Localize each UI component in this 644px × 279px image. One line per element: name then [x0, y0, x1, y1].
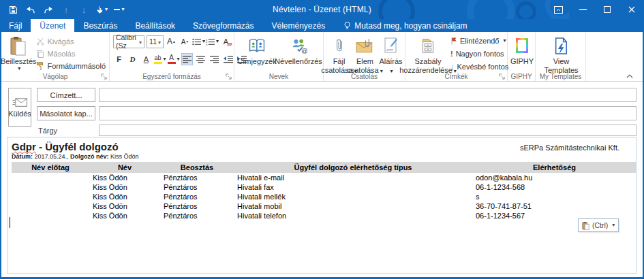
clear-formatting-button[interactable]: A — [220, 35, 232, 48]
align-left-icon — [183, 56, 191, 63]
attach-item-icon — [356, 35, 375, 56]
group-tags: Szabály hozzárendelése Elintézendő ! Nag… — [405, 32, 508, 81]
giphy-button[interactable]: GIPHY — [509, 34, 535, 67]
text-cursor — [10, 217, 10, 228]
message-body-editor[interactable]: Gdpr - Ügyfél dolgozó sERPa Számítástech… — [7, 137, 637, 274]
table-row: Kiss ÖdönPénztárosHivatali melléks — [12, 192, 637, 201]
check-names-icon: @ — [290, 35, 307, 56]
collapse-ribbon-icon[interactable] — [626, 74, 633, 78]
customize-quick-access-icon[interactable] — [112, 1, 127, 18]
bullet-list-icon — [192, 38, 201, 46]
view-templates-button[interactable]: View Templates — [541, 34, 581, 76]
underline-button[interactable]: A — [140, 53, 152, 65]
shrink-font-button[interactable]: A — [179, 35, 191, 48]
group-names: Címjegyzék @ Névellenőrzés Nevek — [234, 32, 324, 81]
compose-header: Küldés Címzett... Másolatot kap... Tárgy — [1, 82, 643, 136]
grow-font-button[interactable]: A — [166, 35, 177, 48]
group-clipboard: Beillesztés Kivágás Másolás — [1, 32, 110, 81]
clear-formatting-icon: A — [224, 37, 228, 46]
to-input[interactable] — [99, 88, 637, 102]
group-my-templates: View Templates My Templates — [536, 32, 586, 81]
tab-insert[interactable]: Beszúrás — [74, 19, 126, 32]
scissors-icon — [36, 37, 44, 46]
view-templates-icon — [553, 35, 568, 56]
align-right-icon — [210, 56, 219, 63]
save-icon[interactable] — [5, 1, 20, 18]
format-painter-icon — [36, 62, 44, 70]
col-position: Beosztás — [160, 162, 234, 173]
signature-icon — [384, 35, 399, 56]
touch-mouse-mode-icon[interactable] — [94, 1, 109, 18]
font-name-combo[interactable]: Calibri (Sz — [113, 35, 144, 48]
document-title: Gdpr - Ügyfél dolgozó — [12, 141, 119, 152]
window-controls — [546, 0, 644, 19]
font-size-combo[interactable]: 11 — [147, 35, 164, 48]
table-row: Kiss ÖdönPénztárosHivatali e-mailodon@ka… — [12, 173, 637, 182]
tab-options[interactable]: Beállítások — [126, 19, 184, 32]
subject-label: Tárgy — [38, 127, 57, 135]
text-highlight-button[interactable]: ab — [154, 53, 166, 65]
redo-icon[interactable] — [41, 1, 56, 18]
maximize-icon[interactable] — [595, 0, 619, 19]
align-left-button[interactable] — [181, 53, 193, 65]
col-contact-type: Ügyfél dolgozó elérhetőség típus — [234, 162, 472, 173]
copy-icon — [36, 50, 44, 58]
high-importance-icon: ! — [450, 50, 453, 58]
high-importance-button[interactable]: ! Nagyon fontos — [450, 48, 508, 60]
svg-text:3: 3 — [206, 42, 208, 45]
undo-icon[interactable] — [23, 1, 38, 18]
address-book-button[interactable]: Címjegyzék — [238, 34, 276, 67]
tab-review[interactable]: Véleményezés — [262, 19, 334, 32]
low-importance-button[interactable]: ↓ Kevésbé fontos — [450, 61, 508, 73]
attach-item-button[interactable]: Elem csatolása — [352, 34, 378, 76]
group-giphy: GIPHY GIPHY — [508, 32, 536, 81]
titlebar-decoration — [371, 0, 569, 19]
tab-file[interactable]: Fájl — [0, 19, 31, 32]
col-contact: Elérhetőség — [472, 162, 637, 173]
previous-item-icon: ↑ — [59, 1, 74, 18]
numbering-button[interactable]: 123 — [206, 35, 218, 48]
font-color-button[interactable]: A — [168, 53, 179, 65]
bold-button[interactable]: F — [113, 53, 125, 65]
table-header-row: Név előtag Név Beosztás Ügyfél dolgozó e… — [12, 162, 637, 173]
minimize-icon[interactable] — [570, 0, 595, 19]
assign-policy-button[interactable]: Szabály hozzárendelése — [409, 34, 447, 76]
company-name: sERPa Számítástechnikai Kft. — [520, 144, 619, 152]
bullets-button[interactable] — [193, 35, 204, 48]
address-book-icon — [248, 35, 266, 56]
assign-policy-icon — [420, 35, 436, 56]
close-icon[interactable] — [619, 0, 644, 19]
svg-text:@: @ — [301, 47, 307, 54]
numbered-list-icon: 123 — [206, 38, 215, 46]
col-name-prefix: Név előtag — [12, 162, 89, 173]
cut-button: Kivágás — [35, 35, 107, 48]
giphy-icon — [516, 35, 528, 56]
table-row: Kiss ÖdönPénztárosHivatali telefon06-1-1… — [12, 211, 637, 220]
decrease-indent-button[interactable] — [222, 53, 234, 65]
send-button[interactable]: Küldés — [8, 88, 31, 127]
format-painter-button[interactable]: Formátummásoló — [35, 60, 107, 72]
cc-button[interactable]: Másolatot kap... — [37, 106, 95, 120]
group-include: Fájl csatolása Elem csatolása Aláírás Cs… — [324, 32, 405, 81]
align-center-button[interactable] — [195, 53, 206, 65]
subject-input[interactable] — [99, 125, 637, 136]
follow-up-button[interactable]: Elintézendő — [450, 35, 508, 47]
paste-button[interactable]: Beillesztés — [5, 34, 32, 73]
paste-clipboard-icon — [10, 35, 27, 56]
table-row: Kiss ÖdönPénztárosHivatali fax06-1-1234-… — [12, 182, 637, 192]
quick-access-toolbar: ↑ ↓ — [5, 0, 127, 19]
align-right-button[interactable] — [209, 53, 220, 65]
font-color-icon: A — [168, 54, 176, 64]
italic-button[interactable]: D — [127, 53, 138, 65]
paste-options-button[interactable]: (Ctrl) — [578, 218, 619, 232]
check-names-button[interactable]: @ Névellenőrzés — [276, 34, 321, 67]
tell-me-help[interactable]: Mutasd meg, hogyan csináljam — [337, 19, 474, 32]
tab-format-text[interactable]: Szövegformázás — [184, 19, 262, 32]
tab-message[interactable]: Üzenet — [31, 19, 74, 32]
ribbon-tab-row: Fájl Üzenet Beszúrás Beállítások Szövegf… — [0, 19, 644, 32]
lightbulb-icon — [343, 21, 351, 30]
group-basic-text: Calibri (Sz 11 A A 123 — [110, 32, 234, 81]
to-button[interactable]: Címzett... — [37, 88, 95, 102]
cc-input[interactable] — [99, 106, 637, 120]
ribbon-display-options-icon[interactable] — [546, 0, 570, 19]
